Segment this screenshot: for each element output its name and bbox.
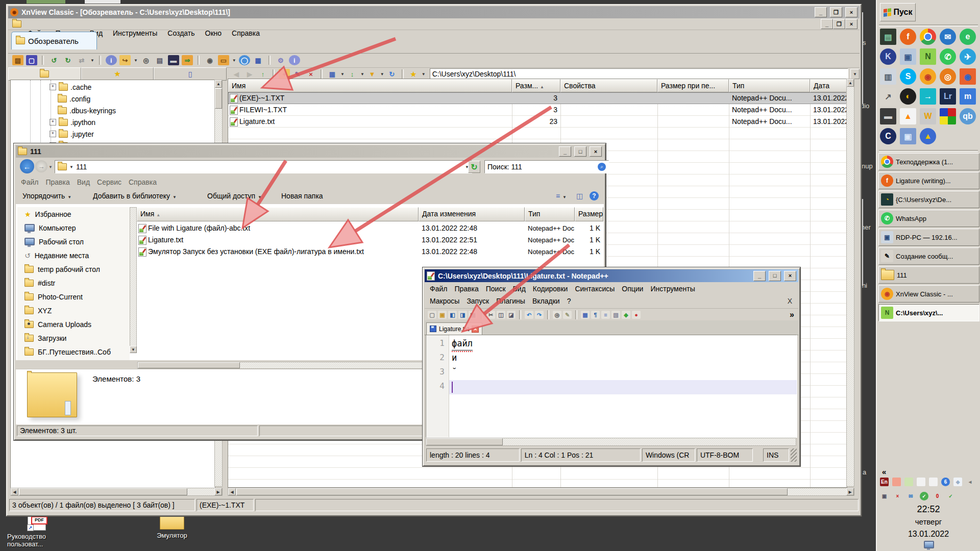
taskbar-button-xnview[interactable]: ◉XnView Classic - ... [878, 285, 979, 303]
tray-thunderbird-icon[interactable]: ✉ [906, 492, 915, 500]
tree-hscrollbar[interactable]: ◀ ▶ [10, 488, 223, 496]
pane-folders-button[interactable] [8, 67, 81, 81]
table-row[interactable]: Ligature.txt13.01.2022 22:51Notepad++ Do… [137, 234, 602, 246]
column-header-size[interactable]: Размер [575, 207, 603, 221]
sidebar-item-Рабочий стол[interactable]: Рабочий стол [17, 235, 130, 248]
mdi-restore-button[interactable]: ❐ [833, 19, 845, 29]
document-close-button[interactable]: X [788, 297, 792, 305]
explorer-menubar-item-2[interactable]: Вид [77, 178, 90, 186]
toolbar-button-icon[interactable]: ▤ [469, 311, 477, 319]
print-icon[interactable]: ▤ [154, 55, 165, 65]
dropdown-icon[interactable]: ▼ [380, 72, 384, 77]
sidebar-item-#distr[interactable]: #distr [17, 276, 130, 290]
mdi-close-button[interactable]: × [845, 19, 857, 29]
file-info-icon[interactable]: i [106, 55, 117, 65]
explorer-menubar-item-3[interactable]: Сервис [97, 178, 121, 186]
toolbar-button-icon[interactable]: ≡ [601, 311, 610, 319]
command-organize[interactable]: Упорядочить ▼ [22, 192, 71, 200]
preview-pane-button[interactable]: ◫ [576, 192, 583, 200]
dropdown-icon[interactable]: ▼ [232, 58, 236, 63]
sidebar-item-Недавние места[interactable]: ↺Недавние места [17, 248, 130, 262]
favorites-icon[interactable]: ★ [408, 69, 419, 79]
tray-blank-1-icon[interactable] [917, 478, 925, 486]
table-row[interactable]: Эмулятор Запуск без установки (EXE файл)… [137, 246, 602, 258]
dropbox-icon[interactable]: ◆ [953, 478, 962, 486]
tray-chevron[interactable]: « [882, 467, 886, 476]
volume-icon[interactable]: ◄ [966, 478, 974, 486]
view-toggle-button[interactable]: ≡ ▼ [556, 192, 567, 200]
toolbar-button-icon[interactable]: ◆ [622, 311, 630, 319]
close-button[interactable]: × [590, 146, 602, 157]
command-add-to-library[interactable]: Добавить в библиотеку ▼ [93, 192, 177, 200]
toolbar-button-icon[interactable]: ▧ [611, 311, 620, 319]
maximize-button[interactable]: ❐ [830, 7, 842, 17]
rename-icon[interactable]: ✎ [292, 69, 303, 79]
toolbar-button-icon[interactable]: ◨ [458, 311, 467, 319]
history-dropdown-icon[interactable]: ▼ [48, 165, 53, 169]
taskbar-button-chrome[interactable]: Техподдержка (1... [878, 153, 979, 170]
about-info-icon[interactable]: i [289, 55, 300, 65]
tree-item-.ipython[interactable]: +.ipython [11, 116, 215, 128]
explorer-menubar-item-0[interactable]: Файл [21, 178, 38, 186]
sidebar-item-Избранное[interactable]: ★Избранное [17, 207, 130, 221]
thumbnails-icon[interactable]: ▦ [253, 55, 264, 65]
search-icon[interactable]: ⌕ [598, 163, 606, 171]
mdi-minimize-button[interactable]: _ [821, 19, 833, 29]
tab-close-icon[interactable]: ✕ [472, 325, 479, 333]
capture-icon[interactable]: ◉ [204, 55, 215, 65]
column-header-props[interactable]: Свойства [560, 79, 657, 92]
explorer-titlebar[interactable]: 111 _ □ × [16, 145, 604, 158]
minimize-button[interactable]: _ [753, 271, 766, 281]
show-desktop-icon[interactable] [924, 541, 934, 548]
notepad-editor[interactable]: 1файл2и3˘4 [426, 335, 797, 438]
rotate-cw-icon[interactable]: ↻ [62, 55, 74, 65]
tab-browser[interactable]: Обозреватель [11, 32, 97, 49]
tab-ligature[interactable]: Ligature.txt ✕ [426, 322, 482, 335]
maximize-button[interactable]: □ [574, 146, 586, 157]
toolbar-button-icon[interactable]: ▦ [581, 311, 590, 319]
clock-time[interactable]: 22:52 [877, 504, 980, 515]
dropdown-icon[interactable]: ▼ [69, 165, 74, 169]
taskbar-button-pencil[interactable]: ✎Создание сообщ... [878, 247, 979, 265]
taskbar-button-firefox[interactable]: fLigature (writing)... [878, 172, 979, 189]
lang-indicator-icon[interactable]: En [880, 478, 889, 486]
sidebar-scrollbar[interactable] [130, 207, 137, 353]
nav-forward-icon[interactable]: ▶ [244, 69, 255, 79]
notepad-menubar-1-item-6[interactable]: Опции [622, 285, 643, 293]
command-new-folder[interactable]: Новая папка [281, 192, 323, 200]
notepad-menubar-1-item-7[interactable]: Инструменты [650, 285, 695, 293]
close-button[interactable]: × [845, 7, 857, 17]
slideshow-icon[interactable]: ▬ [168, 55, 179, 65]
dropdown-icon[interactable]: ▼ [422, 72, 426, 77]
editor-hscrollbar[interactable] [426, 438, 796, 446]
back-button[interactable]: ← [20, 159, 34, 173]
toolbar-button-icon[interactable]: ✎ [563, 311, 572, 319]
sidebar-item-БГ..Путешествия..Соб[interactable]: БГ..Путешествия..Соб [17, 345, 130, 359]
convert-icon[interactable]: ⇄ [76, 55, 87, 65]
taskbar-button-dark-app[interactable]: ◔{C:\Users\xyz\De... [878, 191, 979, 208]
sidebar-scroll-down[interactable]: ▼ [130, 346, 137, 353]
taskbar-button-npp[interactable]: NC:\Users\xyz\... [878, 304, 979, 321]
notepad-menubar-2-item-3[interactable]: Вкладки [532, 297, 560, 305]
notepad-menubar-1-item-3[interactable]: Вид [513, 285, 526, 293]
sort-icon[interactable]: ↕ [347, 69, 358, 79]
explorer-menubar-item-1[interactable]: Правка [45, 178, 69, 186]
forward-button[interactable]: → [35, 160, 47, 172]
breadcrumb[interactable]: ▼ 111 ▼ [55, 160, 472, 173]
search-box[interactable]: Поиск: 111 ⌕ [484, 160, 609, 173]
sidebar-item-Photo-Current[interactable]: Photo-Current [17, 290, 130, 304]
notepad-menubar-1-item-4[interactable]: Кодировки [533, 285, 568, 293]
settings-gear-icon[interactable]: ⚙ [275, 55, 286, 65]
column-header-type[interactable]: Тип [729, 79, 810, 92]
column-header-date[interactable]: Дата [810, 79, 847, 92]
address-dropdown-button[interactable]: ▼ [850, 69, 860, 79]
search-icon[interactable]: ◎ [140, 55, 152, 65]
table-row[interactable]: File with Ligature (файл)-abc.txt13.01.2… [137, 222, 602, 234]
tree-item-.jupyter[interactable]: +.jupyter [11, 128, 215, 140]
toolbar-button-icon[interactable]: ✂ [486, 311, 495, 319]
nav-up-icon[interactable]: ↑ [257, 69, 268, 79]
dropdown-icon[interactable]: ▼ [90, 58, 94, 63]
tray-antivirus-icon[interactable]: ✓ [920, 492, 928, 500]
notepad-menubar-1-item-2[interactable]: Поиск [486, 285, 506, 293]
open-with-icon[interactable]: ↪ [119, 55, 131, 65]
